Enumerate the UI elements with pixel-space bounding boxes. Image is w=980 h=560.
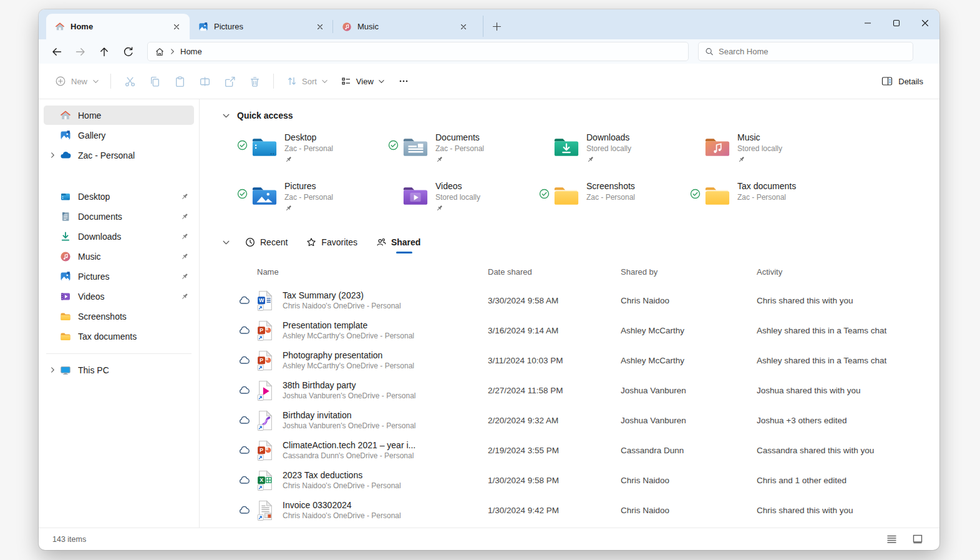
quick-access-header: Quick access [222, 107, 927, 124]
sidebar-item-downloads[interactable]: Downloads [44, 227, 194, 246]
paste-icon [174, 76, 186, 87]
date-shared: 1/30/2024 9:58 PM [488, 476, 621, 485]
shared-file-row-birthday-invitation[interactable]: Birthday invitation Joshua Vanburen's On… [222, 405, 927, 435]
close-tab-button[interactable] [455, 19, 472, 35]
cloud-icon [238, 474, 250, 486]
pin-icon [737, 155, 745, 164]
date-shared: 1/30/2024 9:42 PM [488, 506, 621, 515]
quick-access-tile-screenshots[interactable]: Screenshots Zac - Personal [539, 180, 690, 219]
music-icon [60, 251, 71, 262]
sidebar-item-documents[interactable]: Documents [44, 207, 194, 226]
sort-button[interactable]: Sort [280, 70, 334, 92]
quick-access-tile-music[interactable]: Music Stored locally [690, 132, 841, 170]
expand-chevron-icon[interactable] [45, 152, 60, 159]
tab-favorites[interactable]: Favorites [300, 235, 364, 250]
tab-shared[interactable]: Shared [370, 235, 427, 250]
cloud-status [238, 415, 257, 426]
new-button[interactable]: New [50, 70, 104, 92]
refresh-button[interactable] [116, 42, 140, 62]
tile-name: Documents [435, 132, 484, 142]
desktop-icon [60, 191, 71, 202]
address-bar[interactable]: Home [147, 42, 689, 61]
cloud-status [238, 325, 257, 336]
sidebar-item-tax-documents[interactable]: Tax documents [44, 327, 194, 346]
quick-access-tile-tax-documents[interactable]: Tax documents Zac - Personal [690, 180, 841, 219]
more-options-button[interactable] [391, 70, 416, 92]
quick-access-tile-pictures[interactable]: Pictures Zac - Personal [237, 180, 388, 219]
breadcrumb[interactable]: Home [180, 47, 202, 56]
sidebar-item-label: Videos [78, 292, 180, 302]
close-button[interactable] [911, 9, 939, 37]
ellipsis-icon [398, 76, 409, 87]
sidebar-item-pictures[interactable]: Pictures [44, 267, 194, 286]
quick-access-tile-desktop[interactable]: Desktop Zac - Personal [237, 132, 388, 170]
pin-icon [435, 204, 444, 212]
tab-recent[interactable]: Recent [239, 235, 294, 250]
back-button[interactable] [45, 42, 69, 62]
list-view-toggle[interactable] [883, 532, 900, 547]
collapse-chevron-icon[interactable] [222, 238, 230, 247]
cut-button[interactable] [117, 70, 142, 92]
rename-button[interactable] [192, 70, 217, 92]
close-tab-button[interactable] [168, 19, 185, 35]
close-tab-button[interactable] [312, 19, 328, 35]
sidebar-item-home[interactable]: Home [44, 106, 194, 125]
powerpoint-file-icon [257, 320, 274, 341]
document-file-icon [257, 500, 274, 521]
date-shared: 3/11/2024 10:03 PM [488, 356, 621, 365]
file-name: Photography presentation [283, 350, 488, 360]
window-tab-music[interactable]: Music [333, 14, 477, 39]
share-button[interactable] [217, 70, 242, 92]
sidebar-item-zac-personal[interactable]: Zac - Personal [44, 145, 194, 165]
new-tab-button[interactable] [483, 16, 504, 37]
file-name: 38th Birthday party [283, 380, 488, 390]
activity: Chris shared this with you [757, 296, 927, 305]
search-box[interactable] [698, 42, 913, 61]
column-header-name[interactable]: Name [257, 267, 488, 277]
column-header-activity[interactable]: Activity [757, 267, 927, 277]
shared-file-row-38th-birthday-party[interactable]: 38th Birthday party Joshua Vanburen's On… [222, 375, 927, 405]
shared-file-row-presentation-template[interactable]: Presentation template Ashley McCarthy's … [222, 315, 927, 345]
sidebar-item-videos[interactable]: Videos [44, 287, 194, 306]
window-tab-pictures[interactable]: Pictures [190, 14, 333, 39]
details-button[interactable]: Details [876, 70, 928, 92]
column-header-date-shared[interactable]: Date shared [488, 267, 621, 277]
minimize-button[interactable] [853, 9, 882, 37]
shared-file-row-tax-summary-2023[interactable]: Tax Summary (2023) Chris Naidoo's OneDri… [222, 285, 927, 315]
window-tab-home[interactable]: Home [46, 14, 190, 39]
sidebar-item-this-pc[interactable]: This PC [44, 360, 194, 380]
shared-file-row-2023-tax-deductions[interactable]: 2023 Tax deductions Chris Naidoo's OneDr… [222, 465, 927, 495]
shared-file-row-invoice-03302024[interactable]: Invoice 03302024 Chris Naidoo's OneDrive… [222, 495, 927, 525]
shared-list-header: NameDate sharedShared byActivity [222, 265, 927, 278]
paste-button[interactable] [167, 70, 192, 92]
column-header-shared-by[interactable]: Shared by [621, 267, 757, 277]
sort-arrows-icon [286, 76, 298, 87]
quick-access-tile-videos[interactable]: Videos Stored locally [388, 180, 539, 219]
shared-file-row-photography-presentation[interactable]: Photography presentation Ashley McCarthy… [222, 345, 927, 375]
expand-chevron-icon[interactable] [45, 366, 60, 373]
cloud-icon [238, 385, 250, 396]
copy-button[interactable] [142, 70, 167, 92]
quick-access-tile-downloads[interactable]: Downloads Stored locally [539, 132, 690, 170]
collapse-chevron-icon[interactable] [222, 112, 230, 120]
people-icon [376, 237, 386, 247]
folder-plain-icon [553, 185, 580, 207]
sidebar-item-screenshots[interactable]: Screenshots [44, 307, 194, 326]
large-icons-view-toggle[interactable] [910, 532, 926, 547]
forward-arrow-icon [75, 46, 86, 57]
up-button[interactable] [92, 42, 116, 62]
search-input[interactable] [719, 47, 906, 56]
sidebar-item-label: Gallery [78, 130, 189, 140]
view-button[interactable]: View [334, 70, 391, 92]
sidebar-item-desktop[interactable]: Desktop [44, 187, 194, 206]
cloud-icon [238, 415, 250, 426]
delete-button[interactable] [242, 70, 267, 92]
sidebar-item-label: Documents [78, 212, 180, 222]
sidebar-item-gallery[interactable]: Gallery [44, 125, 194, 145]
forward-button[interactable] [69, 42, 92, 62]
shared-file-row-climateaction-tech-2021-year-i[interactable]: ClimateAction.tech 2021 – year i... Cass… [222, 435, 927, 465]
maximize-button[interactable] [882, 9, 911, 37]
quick-access-tile-documents[interactable]: Documents Zac - Personal [388, 132, 539, 170]
music-icon [342, 22, 352, 32]
sidebar-item-music[interactable]: Music [44, 247, 194, 266]
